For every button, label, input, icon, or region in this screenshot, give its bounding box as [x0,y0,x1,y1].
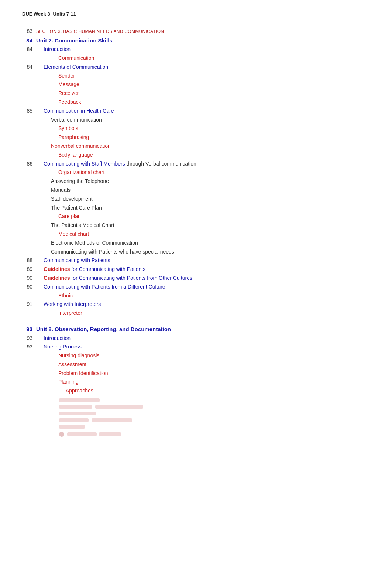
toc-row-approaches: Approaches [22,387,370,395]
due-week-label: DUE Week 3: Units 7-11 [22,11,370,17]
toc-row-electronic: Electronic Methods of Communication [22,239,370,248]
page-num: 84 [22,63,32,72]
toc-row-unit8: 93 Unit 8. Observation, Reporting, and D… [22,324,370,334]
staff-dev-label: Staff development [36,195,93,204]
page-num: 90 [22,283,32,292]
blurred-dot-icon [59,432,64,437]
blurred-content [59,398,370,437]
toc-row-symbols: Symbols [22,124,370,133]
planning-label: Planning [36,378,79,387]
unit7-title: Unit 7. Communication Skills [36,36,113,45]
medical-chart-label: Medical chart [36,230,89,239]
toc-row-staff-dev: Staff development [22,195,370,204]
nursing-diagnosis-label: Nursing diagnosis [36,351,99,360]
page-num: 91 [22,300,32,309]
nonverbal-label: Nonverbal communication [36,142,111,151]
patient-care-plan-label: The Patient Care Plan [36,204,102,212]
toc-row-receiver: Receiver [22,89,370,98]
toc-row-care-plan: Care plan [22,212,370,221]
staff-blue: Communicating with Staff Members [44,161,125,167]
diff-culture-label: Communicating with Patients from a Diffe… [36,283,165,292]
toc-row-nonverbal: Nonverbal communication [22,142,370,151]
page-num: 93 [22,324,32,334]
manuals-label: Manuals [36,186,71,195]
guidelines2-suffix: for Communicating with Patients from Oth… [70,275,192,281]
toc-row-body-lang: Body language [22,151,370,160]
page-num: 90 [22,274,32,283]
receiver-label: Receiver [36,89,79,98]
org-chart-label: Organizational chart [36,168,104,177]
guidelines1-label: Guidelines for Communicating with Patien… [36,265,145,274]
guidelines1-suffix: for Communicating with Patients [70,266,146,272]
toc-row-sender: Sender [22,72,370,81]
toc-row-interpreter: Interpreter [22,309,370,318]
toc-row-care-plan-section: The Patient Care Plan [22,204,370,212]
toc-row-message: Message [22,80,370,89]
body-language-label: Body language [36,151,93,160]
page-num: 83 [22,27,32,36]
communication-label: Communication [36,54,94,63]
toc-row-nursing-diagnosis: Nursing diagnosis [22,351,370,360]
toc-row-paraphrasing: Paraphrasing [22,133,370,142]
verbal-label: Verbal communication [36,116,102,125]
toc-row-intro: 84 Introduction [22,45,370,54]
toc-row-comm-patients: 88 Communicating with Patients [22,256,370,265]
toc-row-guidelines2: 90 Guidelines for Communicating with Pat… [22,274,370,283]
toc-row-verbal: Verbal communication [22,116,370,125]
paraphrasing-label: Paraphrasing [36,133,89,142]
page-num: 93 [22,343,32,351]
toc-row-guidelines1: 89 Guidelines for Communicating with Pat… [22,265,370,274]
toc-row-staff: 86 Communicating with Staff Members thro… [22,160,370,169]
comm-health-label: Communication in Health Care [36,107,114,116]
intro-label: Introduction [36,45,71,54]
toc-section-2: 93 Unit 8. Observation, Reporting, and D… [22,324,370,395]
toc-row-unit7: 84 Unit 7. Communication Skills [22,36,370,45]
toc-row-manuals: Manuals [22,186,370,195]
toc-row-medical-chart-section: The Patient’s Medical Chart [22,221,370,230]
nursing-process-label: Nursing Process [36,343,82,351]
toc-row-problem-id: Problem Identification [22,369,370,378]
toc-row-section3: 83 SECTION 3. BASIC HUMAN NEEDS AND COMM… [22,27,370,36]
problem-id-label: Problem Identification [36,369,108,378]
symbols-label: Symbols [36,124,78,133]
toc-row-comm-health: 85 Communication in Health Care [22,107,370,116]
elements-label: Elements of Communication [36,63,108,72]
toc-row-communication: Communication [22,54,370,63]
assessment-label: Assessment [36,360,86,369]
guidelines2-label: Guidelines for Communicating with Patien… [36,274,192,283]
interpreter-label: Interpreter [36,309,82,318]
guidelines1-bold: Guidelines [44,266,70,272]
interpreters-label: Working with Interpreters [36,300,101,309]
intro2-label: Introduction [36,334,71,343]
sender-label: Sender [36,72,75,81]
page-num: 86 [22,160,32,169]
special-needs-label: Communicating with Patients who have spe… [36,248,174,256]
approaches-label: Approaches [36,387,93,395]
telephone-label: Answering the Telephone [36,177,109,186]
care-plan-label: Care plan [36,212,81,221]
medical-chart-section-label: The Patient’s Medical Chart [36,221,114,230]
toc-row-planning: Planning [22,378,370,387]
toc-row-medical-chart: Medical chart [22,230,370,239]
toc-row-interpreters: 91 Working with Interpreters [22,300,370,309]
comm-patients-label: Communicating with Patients [36,256,110,265]
section-header: SECTION 3. BASIC HUMAN NEEDS AND COMMUNI… [36,28,164,35]
toc-row-ethnic: Ethnic [22,292,370,300]
page-num: 88 [22,256,32,265]
unit8-title: Unit 8. Observation, Reporting, and Docu… [36,324,171,334]
page-num: 93 [22,334,32,343]
toc-row-feedback: Feedback [22,98,370,107]
toc-row-nursing-process: 93 Nursing Process [22,343,370,351]
staff-label: Communicating with Staff Members through… [36,160,196,169]
electronic-label: Electronic Methods of Communication [36,239,138,248]
toc-row-intro2: 93 Introduction [22,334,370,343]
toc-row-diff-culture: 90 Communicating with Patients from a Di… [22,283,370,292]
toc-row-special-needs: Communicating with Patients who have spe… [22,248,370,256]
toc-row-org-chart: Organizational chart [22,168,370,177]
staff-suffix: through Verbal communication [125,161,196,167]
toc-row-assessment: Assessment [22,360,370,369]
toc-row-telephone: Answering the Telephone [22,177,370,186]
feedback-label: Feedback [36,98,81,107]
page-num: 85 [22,107,32,116]
toc-section-1: 83 SECTION 3. BASIC HUMAN NEEDS AND COMM… [22,27,370,318]
